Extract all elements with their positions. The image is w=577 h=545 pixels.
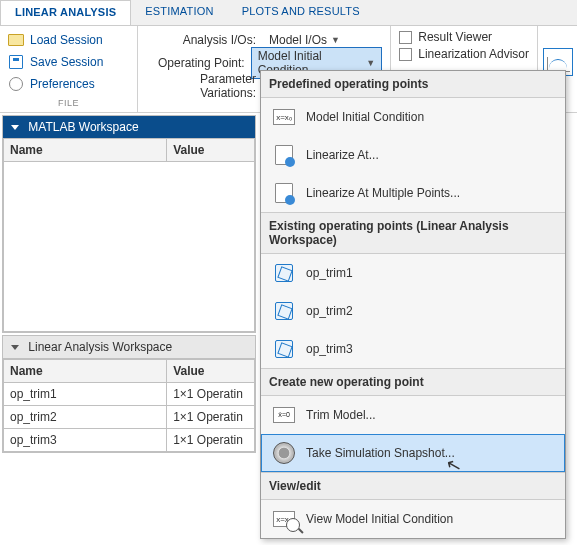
- cube-icon: [272, 261, 296, 285]
- menu-linearize-at[interactable]: Linearize At...: [261, 136, 565, 174]
- menu-item-label: op_trim1: [306, 266, 353, 280]
- folder-icon: [8, 32, 24, 48]
- left-pane: MATLAB Workspace Name Value Linear Analy…: [0, 113, 258, 455]
- matlab-workspace-panel: MATLAB Workspace Name Value: [2, 115, 256, 333]
- analysis-io-label: Analysis I/Os:: [146, 33, 262, 47]
- empty-body: [4, 162, 255, 332]
- col-value[interactable]: Value: [167, 139, 255, 162]
- la-workspace-header[interactable]: Linear Analysis Workspace: [3, 336, 255, 359]
- menu-op-trim1[interactable]: op_trim1: [261, 254, 565, 292]
- toolstrip-tabs: LINEAR ANALYSIS ESTIMATION PLOTS AND RES…: [0, 0, 577, 26]
- tab-estimation[interactable]: ESTIMATION: [131, 0, 227, 25]
- operating-point-menu: Predefined operating points x=x₀ Model I…: [260, 70, 566, 539]
- table-row[interactable]: op_trim2 1×1 Operatin: [4, 406, 255, 429]
- operating-point-label: Operating Point:: [146, 56, 251, 70]
- gear-icon: [8, 76, 24, 92]
- linearization-advisor-label: Linearization Advisor: [418, 47, 529, 61]
- xeqx-icon: x=x₀: [272, 105, 296, 129]
- camera-icon: [272, 441, 296, 465]
- save-session-button[interactable]: Save Session: [6, 52, 131, 72]
- disk-icon: [8, 54, 24, 70]
- col-name[interactable]: Name: [4, 139, 167, 162]
- menu-item-label: View Model Initial Condition: [306, 512, 453, 526]
- matlab-workspace-title: MATLAB Workspace: [28, 120, 138, 134]
- linear-analysis-workspace-panel: Linear Analysis Workspace Name Value op_…: [2, 335, 256, 453]
- magnifier-icon: x=x₀: [272, 507, 296, 531]
- menu-item-label: Linearize At...: [306, 148, 379, 162]
- disclosure-icon: [11, 345, 19, 350]
- menu-take-simulation-snapshot[interactable]: Take Simulation Snapshot...: [261, 434, 565, 472]
- preferences-label: Preferences: [30, 77, 95, 91]
- table-row[interactable]: op_trim3 1×1 Operatin: [4, 429, 255, 452]
- col-value[interactable]: Value: [167, 360, 255, 383]
- menu-model-initial-condition[interactable]: x=x₀ Model Initial Condition: [261, 98, 565, 136]
- document-icon: [272, 143, 296, 167]
- matlab-workspace-header[interactable]: MATLAB Workspace: [3, 116, 255, 138]
- cube-icon: [272, 337, 296, 361]
- file-section-caption: FILE: [6, 98, 131, 108]
- matlab-workspace-table: Name Value: [3, 138, 255, 332]
- menu-linearize-at-multiple[interactable]: Linearize At Multiple Points...: [261, 174, 565, 212]
- param-variations-label: Parameter Variations:: [146, 72, 262, 100]
- menu-view-model-initial-condition[interactable]: x=x₀ View Model Initial Condition: [261, 500, 565, 538]
- col-name[interactable]: Name: [4, 360, 167, 383]
- menu-item-label: Take Simulation Snapshot...: [306, 446, 455, 460]
- la-workspace-table: Name Value op_trim1 1×1 Operatin op_trim…: [3, 359, 255, 452]
- tab-plots-results[interactable]: PLOTS AND RESULTS: [228, 0, 374, 25]
- menu-section-existing: Existing operating points (Linear Analys…: [261, 212, 565, 254]
- menu-item-label: Linearize At Multiple Points...: [306, 186, 460, 200]
- cell-name: op_trim1: [4, 383, 167, 406]
- menu-section-create: Create new operating point: [261, 368, 565, 396]
- menu-item-label: op_trim2: [306, 304, 353, 318]
- linearization-advisor-checkbox[interactable]: Linearization Advisor: [399, 47, 529, 61]
- result-viewer-checkbox[interactable]: Result Viewer: [399, 30, 529, 44]
- menu-trim-model[interactable]: ẋ=0 Trim Model...: [261, 396, 565, 434]
- cell-name: op_trim2: [4, 406, 167, 429]
- menu-op-trim2[interactable]: op_trim2: [261, 292, 565, 330]
- cell-value: 1×1 Operatin: [167, 383, 255, 406]
- chevron-down-icon: ▼: [366, 58, 375, 68]
- document-icon: [272, 181, 296, 205]
- menu-section-viewedit: View/edit: [261, 472, 565, 500]
- cell-value: 1×1 Operatin: [167, 406, 255, 429]
- chevron-down-icon: ▼: [331, 35, 340, 45]
- cell-value: 1×1 Operatin: [167, 429, 255, 452]
- save-session-label: Save Session: [30, 55, 103, 69]
- tab-linear-analysis[interactable]: LINEAR ANALYSIS: [0, 0, 131, 25]
- menu-section-predefined: Predefined operating points: [261, 71, 565, 98]
- section-file: Load Session Save Session Preferences FI…: [0, 26, 138, 112]
- load-session-button[interactable]: Load Session: [6, 30, 131, 50]
- preferences-button[interactable]: Preferences: [6, 74, 131, 94]
- load-session-label: Load Session: [30, 33, 103, 47]
- table-row[interactable]: op_trim1 1×1 Operatin: [4, 383, 255, 406]
- menu-item-label: op_trim3: [306, 342, 353, 356]
- checkbox-icon: [399, 48, 412, 61]
- menu-op-trim3[interactable]: op_trim3: [261, 330, 565, 368]
- trim-icon: ẋ=0: [272, 403, 296, 427]
- result-viewer-label: Result Viewer: [418, 30, 492, 44]
- cube-icon: [272, 299, 296, 323]
- menu-item-label: Model Initial Condition: [306, 110, 424, 124]
- disclosure-icon: [11, 125, 19, 130]
- analysis-io-value: Model I/Os: [269, 33, 327, 47]
- cell-name: op_trim3: [4, 429, 167, 452]
- checkbox-icon: [399, 31, 412, 44]
- menu-item-label: Trim Model...: [306, 408, 376, 422]
- la-workspace-title: Linear Analysis Workspace: [28, 340, 172, 354]
